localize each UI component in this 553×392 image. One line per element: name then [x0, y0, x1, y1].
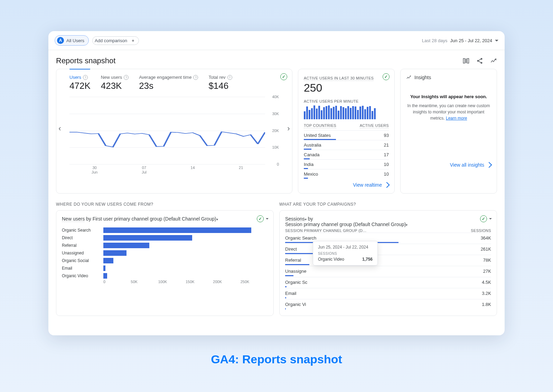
add-comparison-button[interactable]: Add comparison +: [92, 36, 139, 45]
figure-caption: GA4: Reports snapshot: [211, 353, 342, 366]
col-active: ACTIVE USERS: [360, 123, 389, 128]
svg-point-3: [481, 58, 482, 60]
insights-body: In the meantime, you can create new cust…: [406, 103, 491, 121]
svg-point-5: [481, 62, 482, 64]
card-menu-icon[interactable]: [489, 218, 492, 220]
country-row[interactable]: Canada17: [304, 150, 389, 159]
insights-headline: Your Insights will appear here soon.: [406, 94, 491, 99]
sparkle-icon: [406, 75, 412, 80]
campaigns-card: ✓ Sessions▾ by Session primary channel g…: [279, 210, 497, 316]
analytics-window: A All Users Add comparison + Last 28 day…: [48, 31, 505, 335]
session-row[interactable]: Unassigne27K: [285, 266, 491, 277]
card-menu-icon[interactable]: [266, 218, 269, 220]
country-row[interactable]: United States93: [304, 130, 389, 140]
help-icon[interactable]: ?: [83, 75, 88, 80]
col-country: TOP COUNTRIES: [304, 123, 336, 128]
channel-bar-row: Organic Social: [62, 257, 268, 264]
help-icon[interactable]: ?: [193, 75, 198, 80]
overview-card: ✓ ‹ › Users?472KNew users?423KAverage en…: [56, 69, 292, 194]
metric-tab[interactable]: Users?472K: [69, 75, 91, 91]
chart-tooltip: Jun 25, 2024 - Jul 22, 2024 SESSIONS Org…: [313, 241, 378, 265]
chevron-down-icon: [495, 40, 498, 41]
realtime-value: 250: [304, 82, 389, 94]
metric-tabs: Users?472KNew users?423KAverage engageme…: [62, 75, 287, 95]
channel-bar-row: Organic Video: [62, 272, 268, 280]
metric-tab[interactable]: Average engagement time?23s: [139, 75, 198, 91]
help-icon[interactable]: ?: [124, 75, 129, 80]
audience-label: All Users: [66, 38, 84, 43]
check-icon: ✓: [280, 73, 287, 80]
col-sessions: SESSIONS: [471, 228, 491, 233]
channels-card: ✓ New users by First user primary channe…: [56, 210, 274, 316]
view-all-insights-link[interactable]: View all insights: [406, 162, 491, 168]
plus-icon: +: [132, 38, 134, 43]
check-icon: ✓: [383, 73, 390, 80]
insights-icon[interactable]: [490, 57, 497, 64]
date-range-picker[interactable]: Last 28 days Jun 25 - Jul 22, 2024: [422, 38, 498, 43]
realtime-card: ✓ ACTIVE USERS IN LAST 30 MINUTES 250 AC…: [298, 69, 395, 194]
session-row[interactable]: Organic Vi1.8K: [285, 299, 491, 310]
country-row[interactable]: Australia21: [304, 140, 389, 150]
channels-bar-chart: Organic SearchDirectReferralUnassignedOr…: [62, 226, 268, 280]
svg-rect-1: [466, 58, 467, 63]
channel-bar-row: Email: [62, 264, 268, 272]
svg-rect-0: [463, 58, 465, 63]
svg-point-6: [495, 58, 496, 59]
campaigns-card-title[interactable]: Sessions▾ by Session primary channel gro…: [285, 216, 491, 227]
metric-tab[interactable]: New users?423K: [101, 75, 129, 91]
channel-bar-row: Referral: [62, 242, 268, 249]
realtime-sparkline: [304, 105, 389, 119]
section-label-campaigns: WHAT ARE YOUR TOP CAMPAIGNS?: [279, 202, 497, 207]
svg-point-4: [477, 60, 479, 62]
country-row[interactable]: Mexico10: [304, 169, 389, 179]
channel-bar-row: Organic Search: [62, 226, 268, 234]
filter-bar: A All Users Add comparison + Last 28 day…: [48, 31, 505, 50]
audience-chip[interactable]: A All Users: [55, 35, 89, 46]
country-row[interactable]: India10: [304, 159, 389, 169]
insights-title: Insights: [414, 75, 431, 80]
channel-bar-row: Direct: [62, 234, 268, 242]
col-channel-group: SESSION PRIMARY CHANNEL GROUP (D…: [285, 228, 367, 233]
view-realtime-link[interactable]: View realtime: [304, 182, 389, 188]
metric-tab[interactable]: Total rev?$146: [208, 75, 232, 91]
session-row[interactable]: Organic Sc4.5K: [285, 277, 491, 288]
arrow-right-icon: [486, 162, 492, 168]
page-title: Reports snapshot: [56, 56, 115, 65]
content-area: ✓ ‹ › Users?472KNew users?423KAverage en…: [48, 69, 505, 335]
report-toolbar: [462, 57, 497, 64]
channels-x-axis: 050K100K150K200K250K: [103, 280, 268, 284]
insights-card: Insights Your Insights will appear here …: [400, 69, 497, 194]
users-line-chart: 40K30K20K10K0: [69, 97, 279, 164]
learn-more-link[interactable]: Learn more: [446, 116, 467, 121]
section-label-channels: WHERE DO YOUR NEW USERS COME FROM?: [56, 202, 274, 207]
country-table: United States93Australia21Canada17India1…: [304, 130, 389, 179]
add-comparison-label: Add comparison: [95, 38, 127, 43]
customize-icon[interactable]: [462, 57, 469, 64]
session-row[interactable]: Email3.2K: [285, 288, 491, 299]
channel-bar-row: Unassigned: [62, 249, 268, 257]
date-range-label: Last 28 days: [422, 38, 448, 43]
share-icon[interactable]: [476, 57, 483, 64]
check-icon: ✓: [480, 215, 487, 222]
realtime-title: ACTIVE USERS IN LAST 30 MINUTES: [304, 76, 374, 81]
help-icon[interactable]: ?: [227, 75, 232, 80]
channels-card-title[interactable]: New users by First user primary channel …: [62, 216, 268, 222]
audience-badge: A: [57, 37, 64, 44]
carousel-prev[interactable]: ‹: [56, 124, 64, 133]
check-icon: ✓: [257, 215, 264, 222]
date-range-value: Jun 25 - Jul 22, 2024: [450, 38, 492, 43]
svg-rect-2: [467, 58, 469, 63]
arrow-right-icon: [384, 182, 390, 188]
carousel-next[interactable]: ›: [284, 124, 293, 133]
title-row: Reports snapshot: [48, 50, 505, 69]
x-axis-ticks: 30Jun07Jul1421: [69, 166, 265, 175]
realtime-subtitle: ACTIVE USERS PER MINUTE: [304, 99, 389, 103]
